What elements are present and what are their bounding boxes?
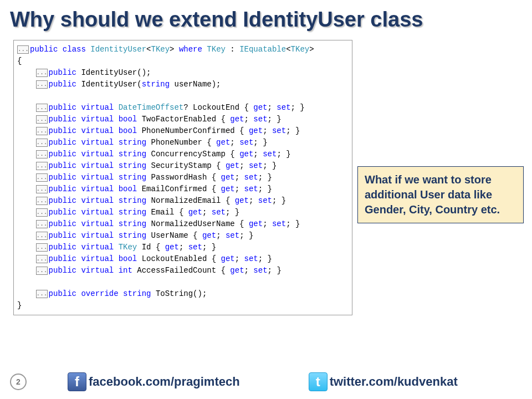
ellipsis-icon: ...: [36, 232, 48, 240]
facebook-icon: f: [68, 372, 86, 391]
twitter-icon: t: [309, 372, 328, 391]
ellipsis-icon: ...: [17, 45, 29, 54]
ellipsis-icon: ...: [36, 150, 48, 158]
code-listing: ...public class IdentityUser<TKey> where…: [13, 40, 352, 315]
page-number: 2: [10, 374, 27, 390]
ellipsis-icon: ...: [36, 127, 48, 135]
ellipsis-icon: ...: [36, 80, 48, 89]
facebook-link: f facebook.com/pragimtech: [68, 372, 240, 391]
ellipsis-icon: ...: [36, 243, 48, 252]
ellipsis-icon: ...: [36, 208, 48, 217]
ellipsis-icon: ...: [36, 69, 48, 77]
ellipsis-icon: ...: [36, 185, 48, 193]
facebook-text: facebook.com/pragimtech: [89, 375, 240, 389]
slide-title: Why should we extend IdentityUser class: [0, 0, 532, 36]
ellipsis-icon: ...: [36, 220, 48, 228]
twitter-text: twitter.com/kudvenkat: [330, 375, 458, 389]
twitter-link: t twitter.com/kudvenkat: [309, 372, 458, 391]
ellipsis-icon: ...: [36, 290, 48, 298]
footer: 2 f facebook.com/pragimtech t twitter.co…: [0, 372, 532, 391]
ellipsis-icon: ...: [36, 173, 48, 182]
callout-box: What if we want to store additional User…: [357, 166, 524, 223]
ellipsis-icon: ...: [36, 255, 48, 263]
ellipsis-icon: ...: [36, 139, 48, 147]
ellipsis-icon: ...: [36, 197, 48, 205]
ellipsis-icon: ...: [36, 267, 48, 275]
ellipsis-icon: ...: [36, 104, 48, 112]
ellipsis-icon: ...: [36, 115, 48, 124]
ellipsis-icon: ...: [36, 162, 48, 170]
